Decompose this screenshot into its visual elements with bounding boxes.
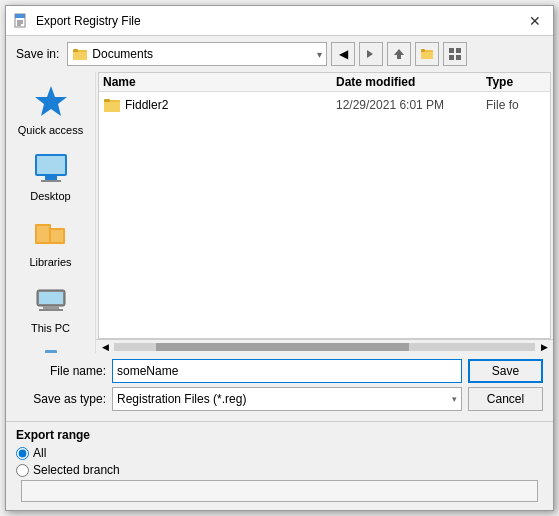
main-area: Quick access Desktop Libraries: [6, 72, 553, 353]
export-registry-dialog: Export Registry File ✕ Save in: Document…: [5, 5, 554, 511]
dialog-title: Export Registry File: [36, 14, 525, 28]
title-bar: Export Registry File ✕: [6, 6, 553, 36]
svg-rect-17: [37, 156, 65, 174]
svg-rect-7: [73, 49, 78, 52]
sidebar-label-this-pc: This PC: [31, 322, 70, 334]
quick-access-icon: [31, 82, 71, 122]
sidebar-label-desktop: Desktop: [30, 190, 70, 202]
svg-rect-27: [39, 309, 63, 311]
libraries-icon: [31, 214, 71, 254]
export-range-title: Export range: [16, 428, 543, 442]
svg-rect-21: [37, 226, 49, 242]
view-button[interactable]: [443, 42, 467, 66]
selected-branch-radio-row: Selected branch: [16, 463, 543, 477]
file-row-date: 12/29/2021 6:01 PM: [336, 98, 486, 112]
svg-rect-12: [456, 48, 461, 53]
close-button[interactable]: ✕: [525, 11, 545, 31]
file-row-name: Fiddler2: [125, 98, 336, 112]
save-in-label: Save in:: [16, 47, 59, 61]
save-as-type-value: Registration Files (*.reg): [117, 392, 452, 406]
sidebar-item-this-pc[interactable]: This PC: [6, 274, 95, 340]
back-button[interactable]: ◀: [331, 42, 355, 66]
cancel-button[interactable]: Cancel: [468, 387, 543, 411]
new-folder-button[interactable]: [415, 42, 439, 66]
svg-rect-1: [15, 14, 25, 18]
svg-marker-15: [35, 86, 67, 116]
file-list: Fiddler2 12/29/2021 6:01 PM File fo: [99, 92, 550, 338]
scroll-left-arrow[interactable]: ◀: [98, 340, 112, 354]
selected-branch-radio[interactable]: [16, 464, 29, 477]
horizontal-scrollbar[interactable]: ◀ ▶: [96, 339, 553, 353]
sidebar-item-libraries[interactable]: Libraries: [6, 208, 95, 274]
svg-rect-19: [41, 180, 61, 182]
svg-rect-18: [45, 176, 57, 180]
all-radio[interactable]: [16, 447, 29, 460]
svg-rect-34: [104, 102, 120, 112]
location-dropdown-arrow: ▾: [317, 49, 322, 60]
col-date: Date modified: [336, 75, 486, 89]
sidebar: Quick access Desktop Libraries: [6, 72, 96, 353]
sidebar-item-quick-access[interactable]: Quick access: [6, 76, 95, 142]
forward-button[interactable]: [359, 42, 383, 66]
col-type: Type: [486, 75, 546, 89]
scroll-thumb[interactable]: [156, 343, 409, 351]
save-button[interactable]: Save: [468, 359, 543, 383]
sidebar-label-quick-access: Quick access: [18, 124, 83, 136]
svg-rect-9: [421, 52, 433, 59]
save-as-type-label: Save as type:: [16, 392, 106, 406]
all-radio-row: All: [16, 446, 543, 460]
scroll-track[interactable]: [114, 343, 535, 351]
save-as-type-dropdown-arrow: ▾: [452, 394, 457, 404]
file-list-header: Name Date modified Type: [99, 73, 550, 92]
branch-input[interactable]: [21, 480, 538, 502]
file-name-input[interactable]: [112, 359, 462, 383]
dialog-icon: [14, 13, 30, 29]
sidebar-item-network[interactable]: Network: [6, 340, 95, 353]
file-row-type: File fo: [486, 98, 546, 112]
location-combobox[interactable]: Documents ▾: [67, 42, 327, 66]
table-row[interactable]: Fiddler2 12/29/2021 6:01 PM File fo: [99, 94, 550, 116]
save-as-type-combobox[interactable]: Registration Files (*.reg) ▾: [112, 387, 462, 411]
this-pc-icon: [31, 280, 71, 320]
bottom-form: File name: Save Save as type: Registrati…: [6, 353, 553, 421]
svg-rect-26: [43, 306, 59, 309]
up-button[interactable]: [387, 42, 411, 66]
svg-rect-25: [39, 292, 63, 304]
export-range-section: Export range All Selected branch: [6, 421, 553, 510]
file-list-container: Name Date modified Type Fiddler2 12/29/2…: [98, 72, 551, 339]
sidebar-label-libraries: Libraries: [29, 256, 71, 268]
svg-rect-35: [104, 99, 110, 102]
svg-rect-13: [449, 55, 454, 60]
svg-rect-10: [421, 49, 425, 52]
save-as-type-row: Save as type: Registration Files (*.reg)…: [16, 387, 543, 411]
folder-file-icon: [103, 96, 121, 114]
col-name: Name: [103, 75, 336, 89]
network-icon: [31, 346, 71, 353]
svg-rect-6: [73, 52, 87, 60]
all-radio-label: All: [33, 446, 46, 460]
svg-rect-14: [456, 55, 461, 60]
file-name-label: File name:: [16, 364, 106, 378]
desktop-icon: [31, 148, 71, 188]
scroll-right-arrow[interactable]: ▶: [537, 340, 551, 354]
sidebar-item-desktop[interactable]: Desktop: [6, 142, 95, 208]
svg-rect-11: [449, 48, 454, 53]
location-text: Documents: [92, 47, 317, 61]
selected-branch-label: Selected branch: [33, 463, 120, 477]
svg-rect-23: [51, 230, 63, 242]
folder-icon: [72, 46, 88, 62]
file-name-row: File name: Save: [16, 359, 543, 383]
toolbar: Save in: Documents ▾ ◀: [6, 36, 553, 72]
